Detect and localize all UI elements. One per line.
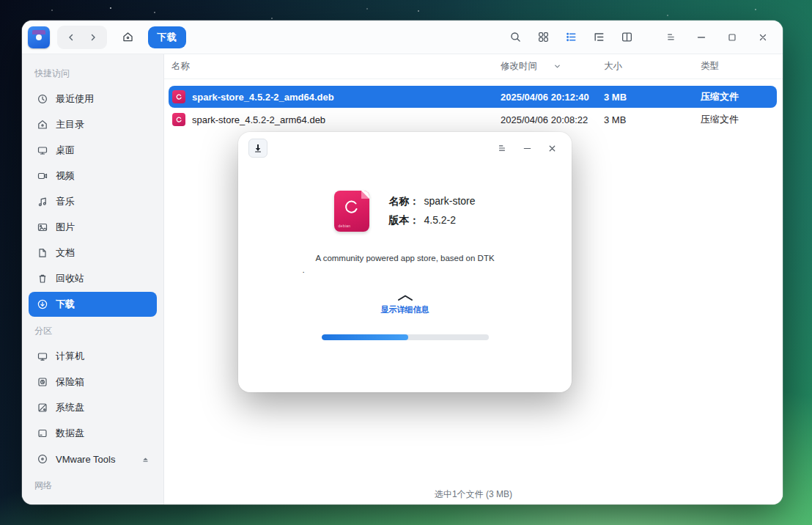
sort-chevron-down-icon[interactable] (553, 62, 561, 70)
column-header-type[interactable]: 类型 (701, 60, 783, 73)
picture-icon (36, 221, 48, 233)
package-version-label: 版本： (388, 214, 419, 227)
sidebar-item-pictures[interactable]: 图片 (29, 215, 157, 240)
search-icon (509, 31, 522, 43)
file-manager-app-icon[interactable] (28, 26, 50, 48)
file-type: 压缩文件 (701, 113, 777, 126)
folded-corner (361, 191, 369, 199)
dialog-titlebar (238, 132, 572, 164)
close-icon (758, 32, 768, 43)
package-name-label: 名称： (388, 195, 419, 208)
sidebar-item-downloads[interactable]: 下载 (29, 292, 157, 317)
menu-icon (665, 32, 676, 43)
maximize-icon (727, 32, 737, 43)
download-icon (36, 298, 48, 310)
package-header: debian 名称： spark-store 版本： 4.5.2-2 (334, 191, 475, 232)
sidebar-item-documents[interactable]: 文档 (29, 241, 157, 265)
package-installer-dialog: debian 名称： spark-store 版本： 4.5.2-2 A com… (238, 132, 572, 392)
computer-icon (36, 350, 48, 362)
home-icon (36, 119, 48, 131)
sidebar-item-label: 保险箱 (56, 375, 84, 389)
sidebar-item-videos[interactable]: 视频 (29, 164, 157, 188)
chevron-left-icon (66, 32, 76, 43)
current-folder-tab[interactable]: 下载 (148, 26, 186, 48)
home-button[interactable] (116, 26, 139, 48)
sidebar-item-recent[interactable]: 最近使用 (29, 87, 157, 111)
package-description-line2: . (303, 265, 508, 274)
column-header-name[interactable]: 名称 (164, 60, 501, 73)
package-name-line: 名称： spark-store (388, 195, 475, 208)
document-icon (36, 247, 48, 259)
music-icon (36, 196, 48, 208)
sidebar-item-system-disk[interactable]: 系统盘 (29, 395, 157, 420)
file-size: 3 MB (604, 92, 701, 103)
column-header-size[interactable]: 大小 (604, 60, 701, 73)
video-icon (36, 170, 48, 182)
file-modified: 2025/04/06 20:12:40 (501, 92, 604, 103)
list-view-button[interactable] (560, 26, 582, 48)
navigation-pill (57, 26, 107, 49)
package-version-value: 4.5.2-2 (424, 214, 456, 227)
titlebar: 下载 (22, 21, 783, 54)
home-icon (122, 31, 134, 43)
desktop-icon (36, 144, 48, 156)
sidebar-item-music[interactable]: 音乐 (29, 189, 157, 214)
menu-button[interactable] (658, 26, 683, 48)
sidebar-item-label: 音乐 (56, 195, 75, 208)
vault-icon (36, 376, 48, 388)
maximize-button[interactable] (720, 26, 745, 48)
list-header: 名称 修改时间 大小 类型 (164, 54, 783, 79)
table-row[interactable]: spark-store_4.5.2-2_arm64.deb 2025/04/06… (169, 109, 777, 131)
file-type: 压缩文件 (701, 90, 777, 103)
eject-icon[interactable] (141, 455, 150, 463)
sidebar-item-home[interactable]: 主目录 (29, 112, 157, 137)
details-toggle[interactable]: 显示详细信息 (381, 293, 429, 315)
back-button[interactable] (60, 28, 82, 47)
sidebar-item-data-disk[interactable]: 数据盘 (29, 421, 157, 446)
sidebar-item-label: VMware Tools (56, 454, 115, 465)
forward-button[interactable] (82, 28, 104, 47)
dialog-close-button[interactable] (539, 138, 564, 158)
split-view-button[interactable] (616, 26, 638, 48)
menu-icon (497, 143, 507, 153)
package-version-line: 版本： 4.5.2-2 (388, 214, 475, 227)
sidebar-item-label: 系统盘 (56, 401, 84, 414)
sidebar-item-computer[interactable]: 计算机 (29, 344, 157, 369)
sidebar-item-trash[interactable]: 回收站 (29, 266, 157, 291)
chevron-up-icon (396, 293, 415, 302)
sidebar-item-label: 回收站 (56, 272, 84, 285)
file-name: spark-store_4.5.2-2_arm64.deb (192, 114, 325, 125)
minimize-icon (523, 144, 532, 153)
window-controls (658, 26, 775, 48)
list-view-icon (565, 31, 577, 43)
sidebar-item-label: 文档 (56, 246, 75, 260)
close-icon (547, 144, 557, 153)
show-details-link[interactable]: 显示详细信息 (381, 304, 429, 315)
dialog-menu-button[interactable] (490, 138, 514, 158)
icon-view-button[interactable] (532, 26, 554, 48)
table-row[interactable]: spark-store_4.5.2-2_amd64.deb 2025/04/06… (169, 86, 777, 108)
file-name-cell: spark-store_4.5.2-2_amd64.deb (169, 90, 501, 103)
sidebar-item-label: 数据盘 (56, 427, 84, 440)
desktop-wallpaper: 下载 (0, 0, 812, 525)
sidebar-section-network: 网络 (29, 472, 157, 498)
debian-brand-text: debian (338, 224, 350, 228)
sidebar-item-vmware-tools[interactable]: VMware Tools (29, 447, 157, 471)
minimize-button[interactable] (689, 26, 714, 48)
column-header-modified[interactable]: 修改时间 (501, 60, 604, 73)
dialog-minimize-button[interactable] (514, 138, 539, 158)
selection-status: 选中1个文件 (3 MB) (435, 488, 512, 501)
install-progress-fill (322, 334, 409, 340)
package-fields: 名称： spark-store 版本： 4.5.2-2 (388, 191, 475, 227)
package-description: A community powered app store, based on … (303, 254, 508, 262)
deb-package-icon (172, 90, 185, 103)
sidebar-item-vault[interactable]: 保险箱 (29, 370, 157, 394)
search-button[interactable] (504, 26, 526, 48)
sidebar-item-desktop[interactable]: 桌面 (29, 138, 157, 163)
sidebar-item-label: 最近使用 (56, 92, 94, 106)
sidebar-item-label: 下载 (56, 298, 75, 311)
disc-icon (36, 453, 48, 465)
sidebar-item-label: 图片 (56, 221, 75, 234)
close-button[interactable] (750, 26, 775, 48)
detail-view-button[interactable] (588, 26, 610, 48)
